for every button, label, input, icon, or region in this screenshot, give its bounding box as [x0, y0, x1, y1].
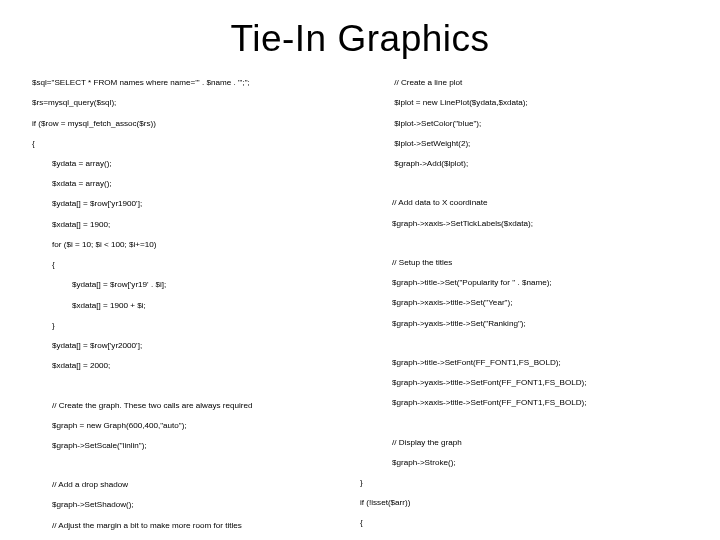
code-line: // Create a line plot: [392, 78, 688, 88]
code-line: $graph->Add($lplot);: [392, 159, 688, 169]
code-line: $graph->yaxis->title->Set("Ranking");: [392, 319, 688, 329]
code-line: {: [32, 260, 342, 270]
code-left-column: $sql="SELECT * FROM names where name='" …: [32, 68, 342, 540]
code-line: $graph->SetShadow();: [32, 500, 342, 510]
code-line: $ydata[] = $row['yr2000'];: [32, 341, 342, 351]
code-line: // Add data to X coordinate: [392, 198, 688, 208]
code-line: $graph->xaxis->SetTickLabels($xdata);: [392, 219, 688, 229]
code-line: $lplot->SetWeight(2);: [392, 139, 688, 149]
code-line: if ($row = mysql_fetch_assoc($rs)): [32, 119, 342, 129]
code-line: $lplot->SetColor("blue");: [392, 119, 688, 129]
code-line: $xdata[] = 1900 + $i;: [32, 301, 342, 311]
code-line: $ydata[] = $row['yr1900'];: [32, 199, 342, 209]
code-line: $ydata = array();: [32, 159, 342, 169]
code-line: if (!isset($arr)): [360, 498, 688, 508]
code-line: $graph = new Graph(600,400,"auto");: [32, 421, 342, 431]
code-line: $ydata[] = $row['yr19' . $i];: [32, 280, 342, 290]
code-line: $xdata[] = 2000;: [32, 361, 342, 371]
code-line: $graph->title->SetFont(FF_FONT1,FS_BOLD)…: [392, 358, 688, 368]
code-line: $graph->yaxis->title->SetFont(FF_FONT1,F…: [392, 378, 688, 388]
code-line: $graph->Stroke();: [392, 458, 688, 468]
code-line: $rs=mysql_query($sql);: [32, 98, 342, 108]
code-line: $graph->title->Set("Popularity for " . $…: [392, 278, 688, 288]
code-line: {: [32, 139, 342, 149]
code-line: }: [32, 321, 342, 331]
code-line: }: [360, 478, 688, 488]
code-line: $graph->xaxis->title->Set("Year");: [392, 298, 688, 308]
code-line: // Adjust the margin a bit to make more …: [32, 521, 342, 531]
slide-title: Tie-In Graphics: [0, 0, 720, 68]
code-line: {: [360, 518, 688, 528]
code-line: $lplot = new LinePlot($ydata,$xdata);: [392, 98, 688, 108]
code-line: // Display the graph: [392, 438, 688, 448]
code-columns: $sql="SELECT * FROM names where name='" …: [0, 68, 720, 540]
code-line: // Setup the titles: [392, 258, 688, 268]
code-line: $xdata = array();: [32, 179, 342, 189]
code-right-column: // Create a line plot $lplot = new LineP…: [382, 68, 688, 540]
code-line: $graph->xaxis->title->SetFont(FF_FONT1,F…: [392, 398, 688, 408]
code-line: // Add a drop shadow: [32, 480, 342, 490]
code-line: for ($i = 10; $i < 100; $i+=10): [32, 240, 342, 250]
code-line: $sql="SELECT * FROM names where name='" …: [32, 78, 342, 88]
code-line: // Create the graph. These two calls are…: [32, 401, 342, 411]
code-line: $xdata[] = 1900;: [32, 220, 342, 230]
code-line: $graph->SetScale("linlin");: [32, 441, 342, 451]
